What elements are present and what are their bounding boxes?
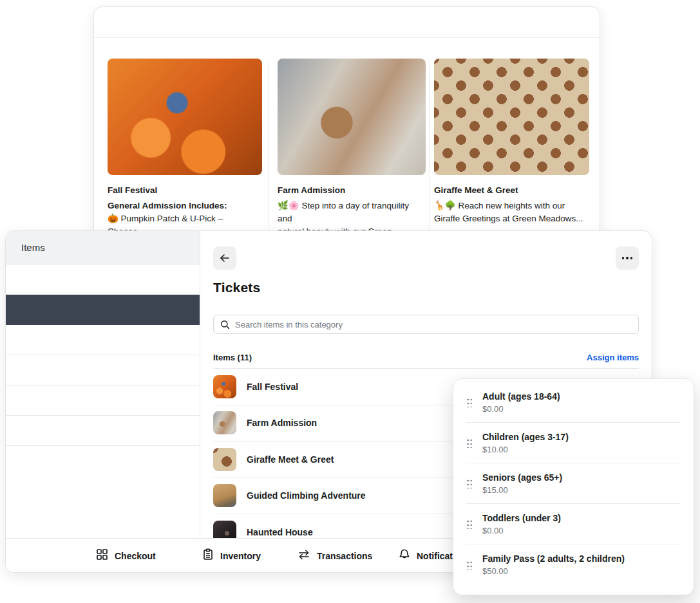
item-name: Haunted House [247, 527, 313, 537]
card-description: 🦒🌳 Reach new heights with our Giraffe Gr… [434, 199, 589, 225]
variation-name: Adult (ages 18-64) [482, 391, 560, 402]
card-title: Farm Admission [278, 185, 426, 195]
notifications-bell-icon [399, 548, 410, 563]
sidebar-item[interactable] [6, 416, 200, 446]
drag-handle-icon[interactable] [466, 519, 472, 529]
variation-price: $0.00 [482, 526, 561, 535]
more-options-button[interactable] [616, 246, 639, 270]
sidebar-item[interactable] [6, 295, 200, 325]
item-thumbnail [213, 448, 236, 471]
sidebar-title: Items [6, 231, 200, 264]
item-name: Guided Climbing Adventure [247, 490, 366, 501]
search-icon [220, 320, 230, 329]
sidebar-item[interactable] [6, 355, 200, 385]
card-description-line1: 🦒🌳 Reach new heights with our [434, 199, 589, 212]
drag-handle-icon[interactable] [466, 438, 472, 448]
bottom-nav-label: Transactions [317, 551, 372, 561]
variation-price: $50.00 [482, 566, 625, 576]
variation-name: Seniors (ages 65+) [482, 472, 562, 483]
card-image [278, 59, 426, 175]
items-count-label: Items (11) [213, 353, 252, 362]
item-thumbnail [213, 375, 236, 398]
card-image [108, 59, 262, 175]
item-name: Fall Festival [247, 382, 298, 392]
drag-handle-icon[interactable] [466, 560, 472, 570]
arrow-left-icon [219, 252, 231, 264]
items-list-header: Items (11) Assign items [213, 347, 639, 369]
search-input[interactable] [235, 320, 638, 329]
variation-price: $15.00 [482, 485, 562, 495]
variation-name: Toddlers (under 3) [482, 513, 561, 523]
drag-handle-icon[interactable] [466, 397, 472, 407]
drag-handle-icon[interactable] [466, 478, 472, 488]
card-description-line1: 🌿🌸 Step into a day of tranquility and [278, 199, 426, 225]
bottom-nav-item[interactable]: Transactions [298, 539, 372, 573]
variation-price: $0.00 [482, 404, 560, 414]
variation-row[interactable]: Adult (ages 18-64) $0.00 [466, 382, 681, 423]
sidebar-nav [6, 264, 200, 446]
storefront-panel: Fall Festival General Admission Includes… [93, 6, 600, 236]
ellipsis-icon [622, 257, 633, 259]
variation-name: Family Pass (2 adults, 2 children) [482, 553, 625, 564]
sidebar-item[interactable] [6, 385, 200, 416]
ticket-card[interactable]: Farm Admission 🌿🌸 Step into a day of tra… [278, 59, 426, 236]
sidebar-item[interactable] [6, 325, 200, 355]
storefront-tabs [94, 7, 600, 38]
item-thumbnail [213, 411, 236, 434]
ticket-card[interactable]: Giraffe Meet & Greet 🦒🌳 Reach new height… [434, 59, 589, 225]
checkout-grid-icon [96, 548, 108, 563]
variations-panel: Adult (ages 18-64) $0.00 Children (ages … [453, 378, 694, 595]
item-thumbnail [213, 521, 236, 539]
ticket-card[interactable]: Fall Festival General Admission Includes… [108, 59, 262, 236]
bottom-nav-label: Inventory [220, 551, 261, 561]
sidebar-item[interactable] [6, 264, 200, 295]
category-search [213, 315, 639, 334]
card-description-line2: Giraffe Greetings at Green Meadows... [434, 212, 589, 225]
card-divider [269, 59, 269, 231]
bottom-nav-item[interactable]: Inventory [202, 539, 261, 573]
card-title: Giraffe Meet & Greet [434, 185, 589, 195]
card-description-line1: General Admission Includes: [108, 199, 262, 212]
item-thumbnail [213, 484, 236, 507]
variation-name: Children (ages 3-17) [482, 432, 569, 442]
item-name: Farm Admission [247, 418, 317, 428]
card-divider [430, 59, 430, 231]
variation-row[interactable]: Seniors (ages 65+) $15.00 [466, 463, 681, 504]
variation-row[interactable]: Toddlers (under 3) $0.00 [466, 504, 681, 544]
bottom-nav-label: Checkout [115, 551, 156, 561]
assign-items-link[interactable]: Assign items [587, 353, 639, 362]
card-image [434, 59, 589, 175]
items-sidebar: Items [6, 231, 200, 539]
back-button[interactable] [213, 246, 236, 270]
transactions-arrows-icon [298, 549, 310, 563]
variation-row[interactable]: Family Pass (2 adults, 2 children) $50.0… [466, 544, 681, 585]
variation-price: $10.00 [482, 445, 569, 454]
bottom-nav-item[interactable]: Checkout [96, 539, 156, 573]
item-name: Giraffe Meet & Greet [247, 454, 334, 465]
variation-row[interactable]: Children (ages 3-17) $10.00 [466, 423, 681, 463]
card-title: Fall Festival [108, 185, 262, 195]
inventory-clipboard-icon [202, 548, 214, 563]
page-title: Tickets [213, 280, 260, 295]
